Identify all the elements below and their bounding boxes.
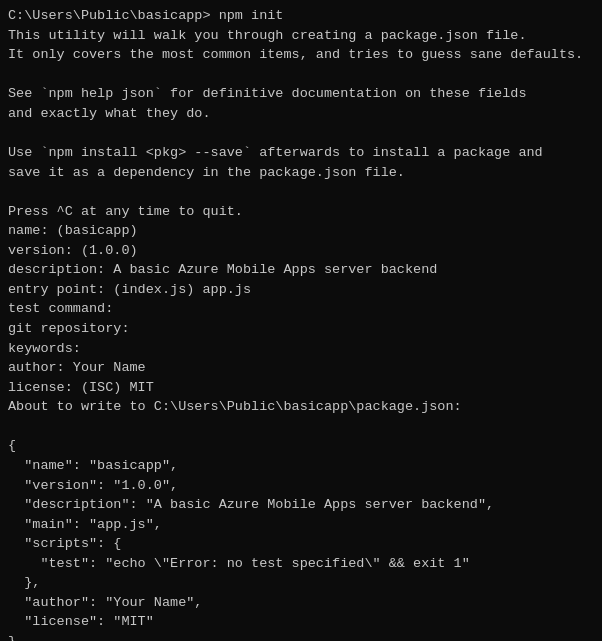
terminal-line: "author": "Your Name",	[8, 593, 594, 613]
terminal-line: "version": "1.0.0",	[8, 476, 594, 496]
terminal-line: test command:	[8, 299, 594, 319]
terminal-line: and exactly what they do.	[8, 104, 594, 124]
terminal-line: author: Your Name	[8, 358, 594, 378]
terminal-line: entry point: (index.js) app.js	[8, 280, 594, 300]
terminal-line: This utility will walk you through creat…	[8, 26, 594, 46]
terminal-line: license: (ISC) MIT	[8, 378, 594, 398]
terminal-line: See `npm help json` for definitive docum…	[8, 84, 594, 104]
terminal-line	[8, 417, 594, 437]
terminal-line: "description": "A basic Azure Mobile App…	[8, 495, 594, 515]
terminal-line	[8, 123, 594, 143]
terminal-line: keywords:	[8, 339, 594, 359]
terminal-line: "license": "MIT"	[8, 612, 594, 632]
terminal-line	[8, 182, 594, 202]
terminal-line: "main": "app.js",	[8, 515, 594, 535]
terminal-line: About to write to C:\Users\Public\basica…	[8, 397, 594, 417]
terminal-line: description: A basic Azure Mobile Apps s…	[8, 260, 594, 280]
terminal-line	[8, 65, 594, 85]
terminal-line: }	[8, 632, 594, 641]
terminal-output: C:\Users\Public\basicapp> npm initThis u…	[8, 6, 594, 641]
terminal-line: git repository:	[8, 319, 594, 339]
terminal-line: },	[8, 573, 594, 593]
terminal-line: {	[8, 436, 594, 456]
terminal-line: save it as a dependency in the package.j…	[8, 163, 594, 183]
terminal-line: C:\Users\Public\basicapp> npm init	[8, 6, 594, 26]
terminal-line: version: (1.0.0)	[8, 241, 594, 261]
terminal-line: Use `npm install <pkg> --save` afterward…	[8, 143, 594, 163]
terminal-line: Press ^C at any time to quit.	[8, 202, 594, 222]
terminal-window: C:\Users\Public\basicapp> npm initThis u…	[0, 0, 602, 641]
terminal-line: name: (basicapp)	[8, 221, 594, 241]
terminal-line: It only covers the most common items, an…	[8, 45, 594, 65]
terminal-line: "name": "basicapp",	[8, 456, 594, 476]
terminal-line: "test": "echo \"Error: no test specified…	[8, 554, 594, 574]
terminal-line: "scripts": {	[8, 534, 594, 554]
